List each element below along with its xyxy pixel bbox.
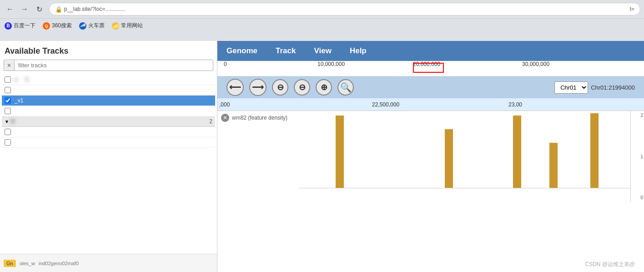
- bookmark-train-label: 火车票: [88, 22, 105, 30]
- forward-button[interactable]: →: [18, 3, 31, 15]
- track-canvas: 2 1 0: [299, 111, 644, 202]
- genome-menu-genome[interactable]: Genome: [225, 43, 259, 59]
- genome-menu-track[interactable]: Track: [274, 43, 297, 59]
- nav-bar: ← → ↻ 🔒 p__lab.site/?loc=............. t…: [0, 0, 644, 18]
- section-count: 2: [209, 118, 212, 125]
- y-label-top: 2: [632, 113, 643, 118]
- csdn-footer: CSDN @运维之美@: [585, 261, 635, 268]
- chr-location: Chr01:21994000: [591, 84, 635, 91]
- browser-chrome: ← → ↻ 🔒 p__lab.site/?loc=............. t…: [0, 0, 644, 41]
- filter-bar: ✕: [4, 60, 213, 71]
- reload-button[interactable]: ↻: [33, 3, 45, 15]
- ruler-highlight: [413, 63, 444, 73]
- folder-icon: 📁: [112, 22, 119, 30]
- track-list: n 5. . _v1 ▼ V: [0, 75, 217, 254]
- zoom-in-button[interactable]: ⊕: [316, 79, 332, 96]
- nav-left-button[interactable]: ⟵: [226, 79, 244, 96]
- section-track-label-2: [15, 139, 212, 146]
- bar-3: [513, 116, 521, 188]
- nav-controls: ⟵ ⟶ ⊖ ⊖ ⊕ 🔍 Chr01 Chr02 Chr03 Chr04 Chr0…: [217, 76, 644, 98]
- section-track-item: [2, 137, 215, 148]
- section-track-item: [2, 127, 215, 137]
- ruler2-right: 23,00: [508, 101, 522, 108]
- ruler-30m: 30,000,000: [522, 61, 549, 67]
- chr-select[interactable]: Chr01 Chr02 Chr03 Chr04 Chr05: [554, 81, 588, 94]
- section-header[interactable]: ▼ V 2: [2, 116, 215, 127]
- track-row: ✕ wm82 (feature density) 2 1: [217, 111, 644, 272]
- section-track-checkbox-2[interactable]: [5, 139, 11, 146]
- genome-menu-help[interactable]: Help: [348, 43, 368, 59]
- bookmark-train[interactable]: 🚄 火车票: [79, 22, 105, 30]
- 360-icon: Q: [43, 22, 50, 30]
- track-item: .: [2, 85, 215, 96]
- track-label-2: .: [15, 87, 212, 93]
- address-text: p__lab.site/?loc=.............: [64, 6, 630, 12]
- filter-clear-button[interactable]: ✕: [4, 60, 15, 71]
- track-checkbox-4[interactable]: [5, 108, 11, 114]
- track-checkbox-2[interactable]: [5, 87, 11, 93]
- genome-toolbar: Genome Track View Help: [217, 41, 644, 61]
- main-content: Available Tracks ✕ n 5. . _v1: [0, 41, 644, 272]
- baidu-icon: B: [5, 22, 12, 30]
- footer-tag: Gn: [4, 260, 16, 267]
- footer-text-2: ind02geno02maf0: [39, 261, 79, 266]
- ruler-numbers: 0 10,000,000 20,000,000 30,000,000: [222, 61, 639, 76]
- y-label-mid: 1: [632, 154, 643, 159]
- bookmark-360[interactable]: Q 360搜索: [43, 22, 72, 30]
- track-label-col: ✕ wm82 (feature density): [217, 111, 299, 125]
- bookmark-sites[interactable]: 📁 常用网站: [112, 22, 143, 30]
- ruler2-mid: 22,500,000: [372, 101, 399, 108]
- section-label: V: [11, 118, 207, 125]
- ruler2: ,000 22,500,000 23,00: [217, 98, 644, 111]
- address-bar[interactable]: 🔒 p__lab.site/?loc=............. t=: [49, 3, 640, 15]
- y-label-bot: 0: [632, 195, 643, 200]
- footer-text-1: oles_w: [20, 261, 35, 266]
- bookmark-baidu-label: 百度一下: [14, 22, 35, 30]
- y-axis: 2 1 0: [630, 111, 644, 202]
- train-icon: 🚄: [79, 22, 86, 30]
- bar-1: [336, 116, 344, 188]
- address-suffix: t=: [630, 6, 634, 12]
- section-track-checkbox-1[interactable]: [5, 129, 11, 135]
- chr-select-wrapper: Chr01 Chr02 Chr03 Chr04 Chr05 Chr01:2199…: [554, 81, 635, 94]
- zoom-in-big-button[interactable]: 🔍: [337, 79, 354, 96]
- filter-input[interactable]: [15, 60, 213, 71]
- track-label-3: _v1: [15, 97, 212, 104]
- ruler-0: 0: [224, 61, 227, 67]
- bookmark-sites-label: 常用网站: [121, 22, 143, 30]
- bookmark-360-label: 360搜索: [52, 22, 72, 30]
- ruler-bar: 0 10,000,000 20,000,000 30,000,000: [217, 61, 644, 76]
- section-arrow: ▼: [5, 119, 9, 124]
- ruler2-left: ,000: [219, 101, 230, 108]
- genome-browser: Genome Track View Help 0 10,000,000 20,0…: [217, 41, 644, 272]
- track-checkbox-3[interactable]: [5, 97, 11, 104]
- track-item: [2, 106, 215, 116]
- bar-5: [590, 113, 599, 188]
- track-checkbox-1[interactable]: [5, 76, 11, 83]
- zoom-out-big-button[interactable]: ⊖: [272, 79, 288, 96]
- track-item-selected[interactable]: _v1: [2, 96, 215, 106]
- bookmarks-bar: B 百度一下 Q 360搜索 🚄 火车票 📁 常用网站: [0, 18, 644, 33]
- track-label-4: [15, 108, 212, 114]
- bar-2: [445, 129, 453, 188]
- panel-title: Available Tracks: [0, 41, 217, 60]
- bookmark-baidu[interactable]: B 百度一下: [5, 22, 35, 30]
- left-panel: Available Tracks ✕ n 5. . _v1: [0, 41, 217, 272]
- track-label-1: n 5.: [15, 76, 212, 83]
- track-close-button[interactable]: ✕: [221, 114, 229, 122]
- zoom-out-button[interactable]: ⊖: [294, 79, 310, 96]
- genome-menu-view[interactable]: View: [312, 43, 333, 59]
- track-area: ✕ wm82 (feature density) 2 1: [217, 111, 644, 272]
- panel-footer: Gn oles_w ind02geno02maf0: [0, 254, 217, 272]
- baseline: [299, 188, 630, 188]
- track-name: wm82 (feature density): [232, 115, 287, 121]
- back-button[interactable]: ←: [4, 3, 16, 15]
- nav-right-button[interactable]: ⟶: [249, 79, 267, 96]
- ruler-10m: 10,000,000: [317, 61, 345, 67]
- section-track-label-1: [15, 129, 212, 135]
- track-item: n 5.: [2, 75, 215, 85]
- nav-buttons: ← → ↻: [4, 3, 45, 15]
- bar-4: [549, 143, 558, 188]
